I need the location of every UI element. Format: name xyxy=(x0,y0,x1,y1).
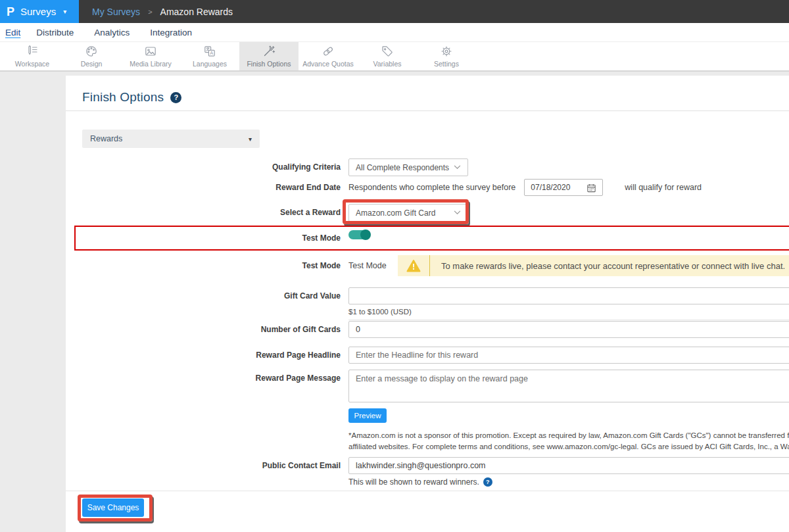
image-icon xyxy=(144,45,157,58)
toolbar-tab-label: Media Library xyxy=(130,60,172,68)
divider xyxy=(66,491,789,491)
reward-page-headline-input[interactable] xyxy=(348,347,789,364)
translate-icon: A xyxy=(203,45,216,58)
toolbar-tab-label: Advance Quotas xyxy=(302,60,354,68)
toolbar-tab-advance-quotas[interactable]: Advance Quotas xyxy=(299,42,358,70)
reward-end-date-prefix: Respondents who complete the survey befo… xyxy=(348,183,515,192)
reward-end-date-label: Reward End Date xyxy=(150,179,341,196)
test-mode-status-label: Test Mode xyxy=(150,255,341,276)
breadcrumb-separator: > xyxy=(148,8,152,16)
disclaimer-line: affiliated websites. For complete terms … xyxy=(348,441,789,452)
product-name: Surveys xyxy=(20,6,56,17)
toolbar-tab-label: Languages xyxy=(193,60,227,68)
toolbar-tab-media-library[interactable]: Media Library xyxy=(121,42,180,70)
chevron-down-icon: ▾ xyxy=(249,135,252,143)
number-of-gift-cards-label: Number of Gift Cards xyxy=(150,321,341,338)
chevron-down-icon xyxy=(454,210,461,215)
test-mode-warning-banner: To make rewards live, please contact you… xyxy=(398,255,789,276)
reward-page-headline-label: Reward Page Headline xyxy=(150,347,341,364)
edit-toolbar: Workspace Design Media Library A Languag… xyxy=(0,41,789,72)
toolbar-tab-label: Variables xyxy=(373,60,402,68)
gift-card-value-label: Gift Card Value xyxy=(150,287,341,304)
page-title: Finish Options xyxy=(82,90,164,105)
gift-card-value-hint: $1 to $1000 (USD) xyxy=(348,308,789,320)
disclaimer-line: *Amazon.com is not a sponsor of this pro… xyxy=(348,430,789,441)
magic-wand-icon xyxy=(262,45,275,58)
warning-triangle-icon xyxy=(398,259,429,272)
qualifying-criteria-select[interactable]: All Complete Respondents xyxy=(348,158,468,176)
toggle-knob xyxy=(360,230,371,240)
number-of-gift-cards-input[interactable] xyxy=(348,321,789,338)
calendar-icon xyxy=(586,183,596,193)
nav-tab-distribute[interactable]: Distribute xyxy=(36,28,74,37)
toolbar-tab-finish-options[interactable]: Finish Options xyxy=(239,42,299,70)
surveys-product-menu[interactable]: P Surveys ▾ xyxy=(0,0,79,23)
breadcrumb-my-surveys[interactable]: My Surveys xyxy=(92,7,140,17)
reward-page-message-input[interactable] xyxy=(348,370,789,402)
qualifying-criteria-value: All Complete Respondents xyxy=(356,163,449,172)
nav-tab-edit[interactable]: Edit xyxy=(5,28,20,37)
preview-button[interactable]: Preview xyxy=(348,408,387,423)
reward-end-date-suffix: will qualify for reward xyxy=(625,183,702,192)
toolbar-tab-label: Workspace xyxy=(15,60,49,68)
toolbar-tab-label: Finish Options xyxy=(247,60,291,68)
breadcrumb: My Surveys > Amazon Rewards xyxy=(92,0,233,23)
reward-end-date-input[interactable]: 07/18/2020 xyxy=(524,179,603,196)
test-mode-toggle-label: Test Mode xyxy=(150,226,341,251)
public-contact-email-hint: This will be shown to reward winners. xyxy=(348,477,479,487)
rewards-section-dropdown-value: Rewards xyxy=(90,134,122,143)
tag-icon xyxy=(381,45,394,58)
test-mode-status-value: Test Mode xyxy=(348,255,387,276)
select-reward-value: Amazon.com Gift Card xyxy=(356,208,435,218)
toolbar-tab-languages[interactable]: A Languages xyxy=(180,42,239,70)
chevron-down-icon xyxy=(454,165,461,170)
qualifying-criteria-label: Qualifying Criteria xyxy=(150,158,341,176)
nav-tab-analytics[interactable]: Analytics xyxy=(94,28,130,37)
questionpro-logo: P xyxy=(7,6,14,18)
main-nav: Edit Distribute Analytics Integration xyxy=(0,23,789,41)
reward-end-date-value: 07/18/2020 xyxy=(531,183,570,192)
toolbar-tab-settings[interactable]: Settings xyxy=(417,42,476,70)
help-icon[interactable]: ? xyxy=(483,477,492,487)
svg-text:A: A xyxy=(210,50,213,56)
public-contact-email-label: Public Contact Email xyxy=(150,457,341,474)
toolbar-tab-label: Settings xyxy=(434,60,459,68)
chevron-down-icon: ▾ xyxy=(63,8,66,15)
public-contact-email-input[interactable] xyxy=(348,457,789,474)
pen-and-list-icon xyxy=(26,45,39,58)
help-icon[interactable]: ? xyxy=(170,92,181,103)
gear-icon xyxy=(440,45,453,58)
save-changes-button[interactable]: Save Changes xyxy=(82,498,144,517)
reward-page-message-label: Reward Page Message xyxy=(150,370,341,387)
top-bar: P Surveys ▾ My Surveys > Amazon Rewards xyxy=(0,0,789,23)
toolbar-tab-design[interactable]: Design xyxy=(62,42,121,70)
select-reward-label: Select a Reward xyxy=(150,204,341,222)
test-mode-toggle[interactable] xyxy=(348,230,370,239)
amazon-disclaimer: *Amazon.com is not a sponsor of this pro… xyxy=(348,430,789,452)
gift-card-value-input[interactable] xyxy=(348,287,789,304)
nav-tab-integration[interactable]: Integration xyxy=(150,28,192,37)
select-reward-select[interactable]: Amazon.com Gift Card xyxy=(348,204,468,222)
toolbar-tab-variables[interactable]: Variables xyxy=(358,42,417,70)
warning-message: To make rewards live, please contact you… xyxy=(430,261,785,271)
finish-options-panel: Finish Options ? Rewards ▾ Qualifying Cr… xyxy=(66,76,789,532)
divider xyxy=(66,110,789,111)
chain-links-icon xyxy=(322,45,335,58)
rewards-section-dropdown[interactable]: Rewards ▾ xyxy=(82,130,260,148)
breadcrumb-survey-name: Amazon Rewards xyxy=(160,7,233,17)
toolbar-tab-label: Design xyxy=(81,60,103,68)
palette-icon xyxy=(85,45,98,58)
toolbar-tab-workspace[interactable]: Workspace xyxy=(3,42,62,70)
